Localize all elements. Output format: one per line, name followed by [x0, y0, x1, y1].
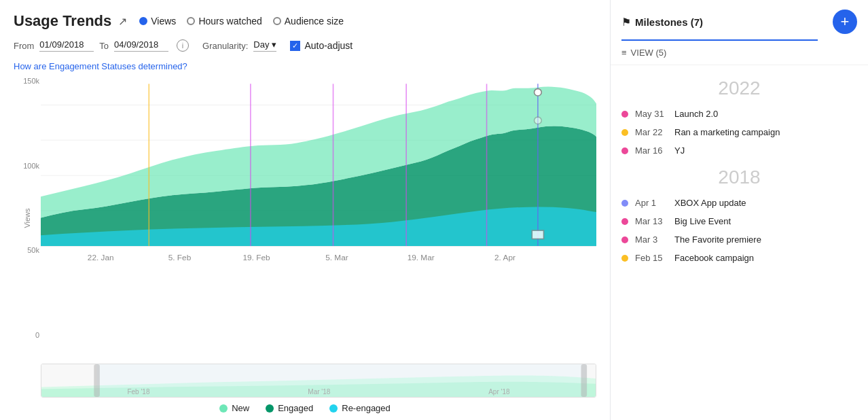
legend-new: New: [219, 403, 249, 413]
radio-dot-hours: [187, 17, 195, 25]
milestone-dot-mar22: [621, 129, 628, 136]
svg-rect-13: [532, 230, 543, 239]
svg-text:5. Mar: 5. Mar: [325, 253, 348, 262]
milestone-desc-mar22: Ran a marketing campaign: [674, 127, 780, 137]
milestone-date-mar22: Mar 22: [635, 127, 668, 137]
chart-area: Views 150k 100k 50k 0: [14, 77, 596, 360]
legend-label-new: New: [232, 403, 249, 413]
mini-chart[interactable]: Feb '18 Mar '18 Apr '18: [41, 364, 596, 398]
milestone-item-apr1: Apr 1 XBOX App update: [621, 194, 857, 212]
milestone-date-apr1: Apr 1: [635, 198, 668, 208]
milestone-item-mar16: Mar 16 YJ: [621, 141, 857, 160]
legend-dot-new: [219, 404, 228, 413]
header-row: Usage Trends ↗ Views Hours watched Audie…: [14, 12, 596, 30]
svg-text:5. Feb: 5. Feb: [168, 253, 192, 262]
mini-label-apr: Apr '18: [488, 388, 509, 396]
milestone-item-mar13: Mar 13 Big Live Event: [621, 212, 857, 230]
to-label: To: [99, 41, 109, 51]
milestones-list: 2022 May 31 Launch 2.0 Mar 22 Ran a mark…: [611, 65, 868, 420]
milestone-item-feb15: Feb 15 Facebook campaign: [621, 249, 857, 267]
main-panel: Usage Trends ↗ Views Hours watched Audie…: [0, 0, 610, 420]
legend-dot-engaged: [266, 404, 274, 413]
radio-dot-views: [139, 17, 147, 25]
milestone-desc-feb15: Facebook campaign: [674, 253, 754, 263]
milestone-date-mar16: Mar 16: [635, 145, 668, 156]
checkmark-icon: ✓: [292, 41, 298, 50]
engagement-link[interactable]: How are Engagement Statuses determined?: [14, 61, 596, 71]
svg-point-11: [535, 89, 542, 96]
svg-point-12: [535, 117, 542, 124]
radio-dot-audience: [273, 17, 281, 25]
right-panel: ⚑ Milestones (7) + ≡ VIEW (5) 2022 May 3…: [610, 0, 868, 420]
milestone-date-may31: May 31: [635, 109, 668, 119]
from-label: From: [14, 41, 34, 51]
page-title: Usage Trends: [14, 12, 111, 30]
svg-text:22. Jan: 22. Jan: [88, 253, 114, 262]
legend-reengaged: Re-engaged: [329, 403, 391, 413]
milestone-dot-mar13: [621, 218, 628, 225]
legend-dot-reengaged: [329, 404, 338, 413]
app-container: Usage Trends ↗ Views Hours watched Audie…: [0, 0, 868, 420]
date-row: From 01/09/2018 To 04/09/2018 i Granular…: [14, 39, 596, 52]
svg-text:19. Mar: 19. Mar: [408, 253, 435, 262]
external-link-icon[interactable]: ↗: [118, 15, 127, 28]
auto-adjust-checkbox[interactable]: ✓: [290, 41, 300, 51]
milestones-title: Milestones (7): [635, 16, 703, 28]
milestone-item-mar22: Mar 22 Ran a marketing campaign: [621, 123, 857, 141]
radio-audience-size[interactable]: Audience size: [273, 16, 344, 27]
milestone-desc-mar16: YJ: [674, 145, 685, 156]
milestone-item-may31: May 31 Launch 2.0: [621, 105, 857, 123]
milestone-desc-may31: Launch 2.0: [674, 109, 718, 119]
to-date-input[interactable]: 04/09/2018: [114, 39, 168, 52]
milestone-dot-mar3: [621, 237, 628, 243]
auto-adjust-row: ✓ Auto-adjust: [290, 40, 352, 51]
radio-group: Views Hours watched Audience size: [139, 16, 344, 27]
from-date-input[interactable]: 01/09/2018: [39, 39, 94, 52]
main-chart-svg: 22. Jan 5. Feb 19. Feb 5. Mar 19. Mar 2.…: [41, 77, 596, 267]
milestone-date-feb15: Feb 15: [635, 253, 668, 263]
legend-engaged: Engaged: [266, 403, 313, 413]
radio-views[interactable]: Views: [139, 16, 176, 27]
info-icon[interactable]: i: [177, 39, 189, 52]
chevron-down-icon: ▾: [272, 39, 276, 50]
filter-icon: ≡: [621, 48, 627, 58]
milestone-dot-mar16: [621, 147, 628, 154]
granularity-select[interactable]: Day ▾: [253, 39, 276, 52]
mini-label-feb: Feb '18: [127, 388, 149, 396]
legend-label-reengaged: Re-engaged: [342, 403, 391, 413]
mini-label-mar: Mar '18: [308, 388, 330, 396]
add-milestone-button[interactable]: +: [833, 10, 857, 34]
radio-hours-watched[interactable]: Hours watched: [187, 16, 261, 27]
svg-text:2. Apr: 2. Apr: [494, 253, 516, 262]
chart-wrapper: Views 150k 100k 50k 0: [14, 77, 596, 413]
year-header-2022: 2022: [621, 77, 857, 99]
granularity-label: Granularity:: [202, 41, 248, 51]
legend-row: New Engaged Re-engaged: [14, 403, 596, 413]
milestone-desc-mar3: The Favorite premiere: [674, 234, 761, 245]
milestone-dot-may31: [621, 111, 628, 118]
view-filter[interactable]: ≡ VIEW (5): [611, 41, 868, 65]
y-tick-150k: 150k: [19, 77, 39, 85]
y-tick-100k: 100k: [19, 162, 39, 170]
milestone-item-mar3: Mar 3 The Favorite premiere: [621, 230, 857, 249]
milestone-desc-mar13: Big Live Event: [674, 216, 731, 226]
view-filter-label: VIEW (5): [631, 48, 667, 58]
y-tick-50k: 50k: [19, 246, 39, 254]
svg-text:19. Feb: 19. Feb: [242, 253, 270, 262]
granularity-value: Day: [253, 39, 269, 50]
year-header-2018: 2018: [621, 167, 857, 188]
y-tick-0: 0: [19, 331, 39, 339]
milestone-dot-feb15: [621, 255, 628, 262]
flag-icon: ⚑: [621, 16, 631, 29]
milestone-date-mar3: Mar 3: [635, 234, 668, 245]
legend-label-engaged: Engaged: [278, 403, 313, 413]
milestone-date-mar13: Mar 13: [635, 216, 668, 226]
auto-adjust-label: Auto-adjust: [304, 40, 352, 51]
milestone-desc-apr1: XBOX App update: [674, 198, 746, 208]
milestone-dot-apr1: [621, 200, 628, 207]
